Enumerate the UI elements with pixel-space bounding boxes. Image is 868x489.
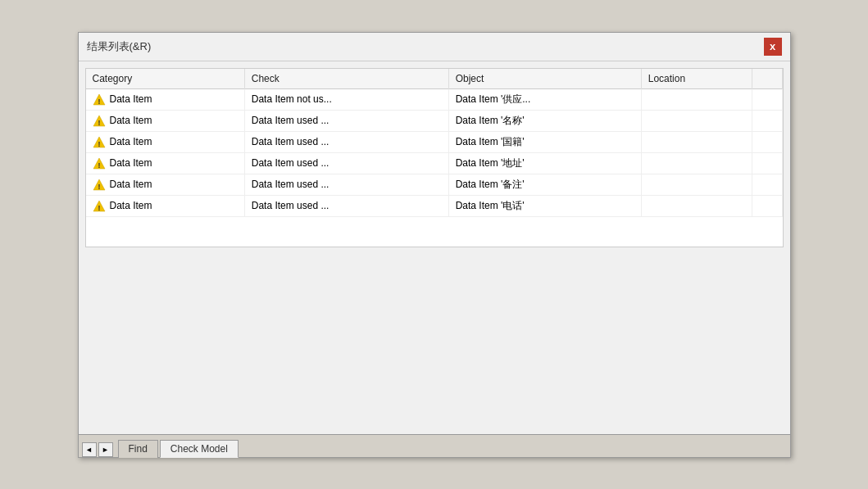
close-button[interactable]: x (764, 38, 782, 56)
results-table: Category Check Object Location ! Data It… (86, 69, 783, 217)
cell-check: Data Item used ... (244, 131, 448, 152)
nav-arrows: ◄ ► (82, 442, 113, 457)
cell-extra (752, 131, 782, 152)
svg-text:!: ! (98, 204, 100, 212)
cell-category: ! Data Item (86, 110, 245, 131)
svg-text:!: ! (98, 161, 100, 170)
tab-bar: ◄ ► Find Check Model (79, 434, 790, 457)
svg-text:!: ! (98, 183, 100, 191)
cell-object: Data Item '国籍' (448, 131, 641, 152)
category-label: Data Item (110, 115, 152, 126)
nav-next-button[interactable]: ► (98, 442, 113, 457)
table-row[interactable]: ! Data Item Data Item used ...Data Item … (86, 195, 783, 216)
cell-category: ! Data Item (86, 152, 245, 174)
table-row[interactable]: ! Data Item Data Item used ...Data Item … (86, 174, 783, 195)
warning-icon: ! (93, 156, 106, 170)
category-label: Data Item (110, 93, 152, 105)
cell-object: Data Item '电话' (448, 195, 641, 216)
cell-extra (752, 195, 782, 216)
window-title: 结果列表(&R) (87, 39, 152, 54)
svg-text:!: ! (98, 140, 100, 148)
category-label: Data Item (110, 136, 152, 147)
cell-extra (752, 110, 782, 131)
category-label: Data Item (110, 179, 152, 190)
cell-location (641, 88, 752, 110)
cell-category: ! Data Item (86, 88, 245, 110)
cell-check: Data Item used ... (244, 174, 448, 195)
col-category: Category (86, 69, 245, 89)
nav-prev-button[interactable]: ◄ (82, 442, 97, 457)
cell-location (641, 152, 752, 174)
col-extra (752, 69, 782, 89)
category-label: Data Item (110, 200, 152, 211)
cell-location (641, 131, 752, 152)
cell-location (641, 174, 752, 195)
cell-category: ! Data Item (86, 195, 245, 216)
warning-icon: ! (93, 178, 106, 191)
cell-extra (752, 152, 782, 174)
table-row[interactable]: ! Data Item Data Item used ...Data Item … (86, 152, 783, 174)
col-object: Object (448, 69, 641, 89)
tab-find[interactable]: Find (118, 440, 158, 458)
table-header-row: Category Check Object Location (86, 69, 783, 89)
table-row[interactable]: ! Data Item Data Item not us...Data Item… (86, 88, 783, 110)
cell-category: ! Data Item (86, 131, 245, 152)
cell-extra (752, 174, 782, 195)
cell-category: ! Data Item (86, 174, 245, 195)
warning-icon: ! (93, 93, 106, 106)
main-window: 结果列表(&R) x Category Check Object Locatio… (78, 32, 791, 458)
svg-text:!: ! (98, 119, 100, 127)
cell-check: Data Item used ... (244, 195, 448, 216)
empty-area (79, 254, 790, 434)
table-row[interactable]: ! Data Item Data Item used ...Data Item … (86, 131, 783, 152)
cell-object: Data Item '地址' (448, 152, 641, 174)
warning-icon: ! (93, 199, 106, 212)
cell-location (641, 110, 752, 131)
cell-extra (752, 88, 782, 110)
cell-object: Data Item '备注' (448, 174, 641, 195)
title-bar: 结果列表(&R) x (79, 33, 790, 61)
results-table-container: Category Check Object Location ! Data It… (85, 68, 784, 247)
warning-icon: ! (93, 135, 106, 148)
tab-check-model[interactable]: Check Model (160, 440, 239, 458)
cell-location (641, 195, 752, 216)
cell-object: Data Item '供应... (448, 88, 641, 110)
col-check: Check (244, 69, 448, 89)
cell-check: Data Item not us... (244, 88, 448, 110)
category-label: Data Item (110, 157, 152, 169)
cell-check: Data Item used ... (244, 152, 448, 174)
col-location: Location (641, 69, 752, 89)
warning-icon: ! (93, 114, 106, 127)
table-row[interactable]: ! Data Item Data Item used ...Data Item … (86, 110, 783, 131)
cell-check: Data Item used ... (244, 110, 448, 131)
svg-text:!: ! (98, 97, 100, 106)
cell-object: Data Item '名称' (448, 110, 641, 131)
